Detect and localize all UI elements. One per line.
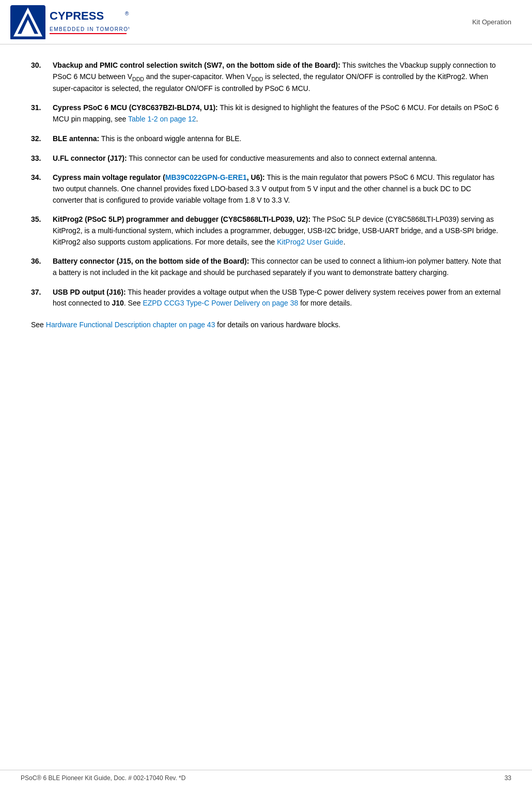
footer: PSoC® 6 BLE Pioneer Kit Guide, Doc. # 00… [0,770,532,782]
item-number-32: 32. [31,133,53,145]
header-title: Kit Operation [472,18,511,26]
item-content-31: Cypress PSoC 6 MCU (CY8C637BZI-BLD74, U1… [53,102,501,125]
item-number-35: 35. [31,214,53,248]
footer-right: 33 [505,774,511,782]
regulator-link-34[interactable]: MB39C022GPN-G-ERE1 [165,173,247,181]
item-number-37: 37. [31,287,53,309]
item-bold-33: U.FL connector (J17): [53,154,127,162]
hardware-desc-link[interactable]: Hardware Functional Description chapter … [46,321,215,329]
ezpd-link-37[interactable]: EZPD CCG3 Type-C Power Delivery on page … [143,299,298,307]
svg-text:EMBEDDED IN TOMORROW: EMBEDDED IN TOMORROW [50,26,129,32]
svg-text:CYPRESS: CYPRESS [50,9,104,22]
list-item: 35. KitProg2 (PSoC 5LP) programmer and d… [31,214,501,248]
content-list: 30. Vbackup and PMIC control selection s… [31,60,501,309]
item-content-33: U.FL connector (J17): This connector can… [53,153,501,164]
j10-bold: J10 [112,299,123,307]
item-number-31: 31. [31,102,53,125]
list-item: 36. Battery connector (J15, on the botto… [31,256,501,278]
item-number-30: 30. [31,60,53,94]
item-bold-32: BLE antenna: [53,134,99,143]
item-content-34: Cypress main voltage regulator (MB39C022… [53,172,501,206]
cypress-logo: CYPRESS ® EMBEDDED IN TOMORROW [10,5,129,39]
item-bold-37: USB PD output (J16): [53,288,126,296]
item-content-30: Vbackup and PMIC control selection switc… [53,60,501,94]
item-bold-31: Cypress PSoC 6 MCU (CY8C637BZI-BLD74, U1… [53,103,218,112]
item-content-37: USB PD output (J16): This header provide… [53,287,501,309]
item-bold-36: Battery connector (J15, on the bottom si… [53,257,249,265]
footer-left: PSoC® 6 BLE Pioneer Kit Guide, Doc. # 00… [21,774,185,782]
list-item: 31. Cypress PSoC 6 MCU (CY8C637BZI-BLD74… [31,102,501,125]
list-item: 34. Cypress main voltage regulator (MB39… [31,172,501,206]
list-item: 37. USB PD output (J16): This header pro… [31,287,501,309]
svg-text:®: ® [125,11,129,17]
item-number-36: 36. [31,256,53,278]
item-number-33: 33. [31,153,53,164]
item-content-35: KitProg2 (PSoC 5LP) programmer and debug… [53,214,501,248]
see-also: See Hardware Functional Description chap… [31,319,501,331]
item-bold-34: Cypress main voltage regulator (MB39C022… [53,173,265,181]
page: CYPRESS ® EMBEDDED IN TOMORROW Kit Opera… [0,0,532,792]
list-item: 32. BLE antenna: This is the onboard wig… [31,133,501,145]
header: CYPRESS ® EMBEDDED IN TOMORROW Kit Opera… [0,0,532,44]
item-content-32: BLE antenna: This is the onboard wiggle … [53,133,501,145]
item-bold-30: Vbackup and PMIC control selection switc… [53,61,340,69]
logo-area: CYPRESS ® EMBEDDED IN TOMORROW [10,5,129,39]
item-content-36: Battery connector (J15, on the bottom si… [53,256,501,278]
main-content: 30. Vbackup and PMIC control selection s… [0,44,532,352]
list-item: 33. U.FL connector (J17): This connector… [31,153,501,164]
table-link-31[interactable]: Table 1-2 on page 12 [128,115,196,123]
item-number-34: 34. [31,172,53,206]
item-bold-35: KitProg2 (PSoC 5LP) programmer and debug… [53,215,310,223]
kitprog2-link-35[interactable]: KitProg2 User Guide [277,238,343,246]
list-item: 30. Vbackup and PMIC control selection s… [31,60,501,94]
